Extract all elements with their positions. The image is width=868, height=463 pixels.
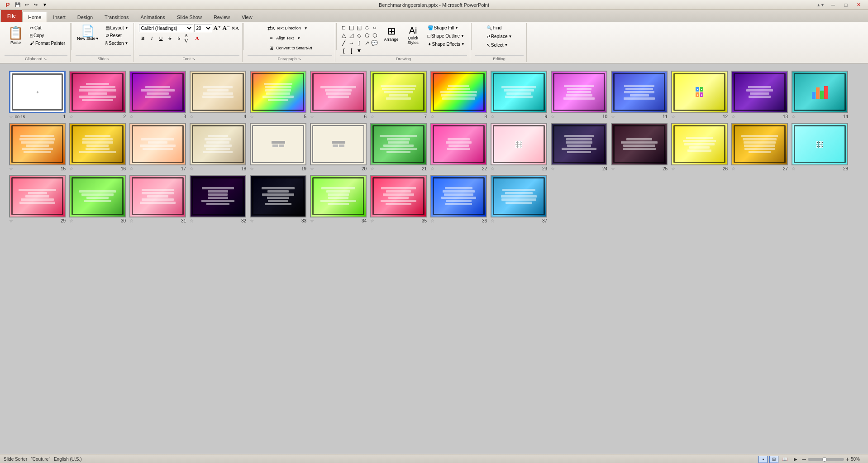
align-text-dropdown[interactable]: ▼ (295, 34, 303, 42)
bold-button[interactable]: B (139, 34, 147, 42)
tab-design[interactable]: Design (72, 12, 99, 22)
restore-btn[interactable]: □ (840, 1, 852, 9)
slide-thumb-32[interactable] (190, 175, 246, 217)
slide-thumb-3[interactable] (129, 71, 186, 113)
slide-item-6[interactable]: ☆6 (310, 71, 367, 119)
slide-thumb-37[interactable] (491, 175, 547, 217)
slide-item-28[interactable]: ■■■■■■☆28 (792, 123, 848, 171)
italic-button[interactable]: I (148, 34, 156, 42)
shape-bracket[interactable]: [ (348, 47, 355, 54)
slide-thumb-2[interactable] (69, 71, 126, 113)
undo-btn[interactable]: ↩ (23, 1, 31, 9)
font-expand-icon[interactable]: ↘ (192, 57, 196, 61)
slideshow-btn[interactable]: ▶ (791, 456, 800, 463)
paste-button[interactable]: 📋 Paste (5, 24, 27, 46)
slide-item-36[interactable]: ☆36 (430, 175, 487, 223)
slide-item-1[interactable]: ✦☆00:151 (9, 71, 66, 119)
slide-item-17[interactable]: ☆17 (129, 123, 186, 171)
slide-item-33[interactable]: ☆33 (250, 175, 306, 223)
char-spacing-button[interactable]: A V (184, 34, 192, 42)
minimize-btn[interactable]: ─ (827, 1, 839, 9)
slide-item-26[interactable]: ☆26 (671, 123, 728, 171)
tab-insert[interactable]: Insert (47, 12, 72, 22)
slide-thumb-9[interactable] (491, 71, 547, 113)
slide-item-24[interactable]: ☆24 (551, 123, 607, 171)
tab-slideshow[interactable]: Slide Show (171, 12, 208, 22)
slide-thumb-36[interactable] (430, 175, 487, 217)
slide-thumb-19[interactable] (250, 123, 306, 165)
tab-file[interactable]: File (1, 10, 22, 22)
shape-rt-tri[interactable]: ◿ (348, 32, 355, 39)
shape-bend-arr[interactable]: ↗ (363, 39, 371, 47)
clipboard-expand-icon[interactable]: ↘ (43, 57, 47, 61)
shape-pent[interactable]: ⬠ (363, 32, 371, 39)
zoom-out-btn[interactable]: ─ (802, 456, 806, 463)
select-button[interactable]: ↖ Select ▼ (484, 41, 510, 49)
shape-hex[interactable]: ⬡ (371, 32, 378, 39)
shape-rect[interactable]: □ (340, 24, 348, 31)
slide-item-32[interactable]: ☆32 (190, 175, 246, 223)
slide-item-11[interactable]: ☆11 (611, 71, 668, 119)
convert-smartart-button[interactable]: ⊞ (267, 44, 275, 52)
ribbon-expand[interactable]: ▲▼ (816, 3, 825, 7)
tab-animations[interactable]: Animations (134, 12, 171, 22)
strikethrough-button[interactable]: S (166, 34, 174, 42)
font-size-select[interactable]: 20 (194, 24, 212, 32)
arrange-button[interactable]: ⊞ Arrange (382, 24, 401, 43)
slide-item-31[interactable]: ☆31 (129, 175, 186, 223)
underline-button[interactable]: U (157, 34, 165, 42)
slide-thumb-7[interactable] (370, 71, 427, 113)
slide-item-15[interactable]: ☆15 (9, 123, 66, 171)
slide-item-20[interactable]: ☆20 (310, 123, 367, 171)
slide-item-37[interactable]: ☆37 (491, 175, 547, 223)
save-btn[interactable]: 💾 (14, 1, 22, 9)
new-slide-dropdown-icon[interactable]: ▼ (95, 37, 99, 41)
copy-button[interactable]: ⎘ Copy (28, 32, 67, 39)
format-painter-button[interactable]: 🖌 Format Painter (28, 39, 67, 47)
increase-font-button[interactable]: A⁺ (213, 24, 221, 32)
slide-item-25[interactable]: ☆25 (611, 123, 668, 171)
slide-item-2[interactable]: ☆2 (69, 71, 126, 119)
shape-arrow[interactable]: → (348, 39, 355, 47)
tab-review[interactable]: Review (208, 12, 236, 22)
slide-thumb-30[interactable] (69, 175, 126, 217)
slide-item-9[interactable]: ☆9 (491, 71, 547, 119)
slide-item-3[interactable]: ☆3 (129, 71, 186, 119)
shape-diamond[interactable]: ◇ (356, 32, 363, 39)
slide-thumb-16[interactable] (69, 123, 126, 165)
slide-item-35[interactable]: ☆35 (370, 175, 427, 223)
slide-item-30[interactable]: ☆30 (69, 175, 126, 223)
slide-item-14[interactable]: ☆14 (792, 71, 848, 119)
zoom-in-btn[interactable]: + (846, 456, 849, 463)
slide-item-21[interactable]: ☆21 (370, 123, 427, 171)
section-button[interactable]: § Section ▼ (103, 39, 131, 47)
shape-more[interactable]: ▼ (356, 47, 363, 54)
text-dir-dropdown[interactable]: ▼ (302, 24, 310, 32)
slide-item-13[interactable]: ☆13 (731, 71, 788, 119)
redo-btn[interactable]: ↪ (32, 1, 40, 9)
decrease-font-button[interactable]: A⁻ (222, 24, 230, 32)
shape-outline-dropdown[interactable]: ▼ (461, 34, 464, 38)
slide-thumb-35[interactable] (370, 175, 427, 217)
find-button[interactable]: 🔍 Find (484, 24, 504, 32)
slide-thumb-17[interactable] (129, 123, 186, 165)
shape-round-rect[interactable]: ▢ (348, 24, 355, 31)
tab-view[interactable]: View (236, 12, 258, 22)
customize-btn[interactable]: ▼ (41, 1, 49, 9)
slide-item-22[interactable]: ☆22 (430, 123, 487, 171)
slide-thumb-6[interactable] (310, 71, 367, 113)
slide-thumb-34[interactable] (310, 175, 367, 217)
slide-thumb-28[interactable]: ■■■■■■ (792, 123, 848, 165)
slide-thumb-14[interactable] (792, 71, 848, 113)
align-text-button[interactable]: ≡ (267, 34, 275, 42)
tab-transitions[interactable]: Transitions (99, 12, 134, 22)
text-direction-button[interactable]: ⇄A (267, 24, 275, 32)
close-btn[interactable]: ✕ (853, 1, 864, 9)
slide-thumb-20[interactable] (310, 123, 367, 165)
slide-item-34[interactable]: ☆34 (310, 175, 367, 223)
slide-thumb-31[interactable] (129, 175, 186, 217)
slide-thumb-15[interactable] (9, 123, 66, 165)
new-slide-button[interactable]: 📄 New Slide ▼ (76, 24, 100, 42)
slide-thumb-10[interactable] (551, 71, 607, 113)
shape-outline-button[interactable]: □ Shape Outline ▼ (425, 32, 467, 40)
